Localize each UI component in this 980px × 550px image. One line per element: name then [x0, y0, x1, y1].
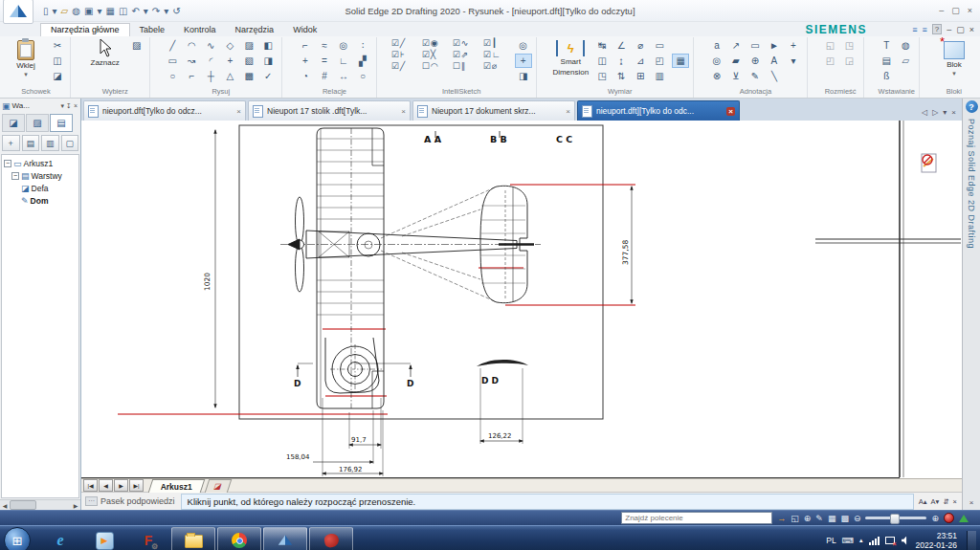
clipboard-tool-icon[interactable]: ◪ [49, 69, 66, 83]
status-tool-icon[interactable]: × [953, 497, 957, 506]
tray-expand-icon[interactable]: ▴ [859, 537, 863, 544]
dimension-tool-icon[interactable]: ▭ [651, 38, 668, 53]
annotation-tool-icon[interactable]: A [766, 54, 783, 68]
taskbar-explorer-button[interactable] [171, 527, 215, 550]
dimension-tool-icon[interactable]: ▥ [651, 69, 668, 83]
sheet-nav-icon[interactable]: ◀ [99, 479, 113, 492]
status-tool-icon[interactable]: ⇵ [943, 497, 948, 506]
sheet-tab-extra[interactable]: ◪ [205, 479, 232, 493]
draw-tool-icon[interactable]: ◧ [259, 38, 277, 53]
select-button[interactable]: Zaznacz [85, 38, 125, 84]
speaker-icon[interactable] [902, 537, 910, 545]
draw-tool-icon[interactable]: △ [221, 69, 238, 83]
dimension-tool-icon[interactable]: ↨ [612, 54, 630, 68]
tab-nav-icon[interactable]: ▷ [932, 108, 938, 117]
insert-tool-icon[interactable]: ▱ [897, 54, 914, 68]
annotation-tool-icon[interactable]: ◎ [708, 54, 725, 68]
draw-tool-icon[interactable]: ▩ [240, 69, 257, 83]
sheet-tab-arkusz1[interactable]: Arkusz1 [148, 479, 206, 493]
insert-tool-icon[interactable]: ß [878, 69, 895, 83]
qat-icon[interactable]: ▾ [144, 6, 148, 16]
tree-item-layer-default[interactable]: ◪ Defa [21, 182, 78, 194]
help-icon[interactable]: ? [966, 100, 978, 113]
relation-tool-icon[interactable]: ▞ [354, 54, 371, 68]
dimension-style-icon[interactable]: ▦ [672, 54, 689, 68]
tab-nav-icon[interactable]: ▾ [943, 108, 947, 117]
tray-clock[interactable]: 23:51 2022-01-26 [916, 531, 957, 550]
close-tab-icon[interactable]: × [236, 107, 241, 116]
arrange-tool-icon[interactable]: ◱ [822, 38, 839, 53]
layer-tool-icon[interactable]: ▥ [41, 135, 59, 151]
zoom-slider-thumb[interactable] [890, 514, 900, 524]
panel-tab-views[interactable]: ◪ [2, 114, 25, 132]
draw-tool-icon[interactable]: ▨ [240, 38, 257, 53]
arrange-tool-icon[interactable]: ◲ [841, 54, 858, 68]
dimension-tool-icon[interactable]: ⊿ [632, 54, 649, 68]
arrange-tool-icon[interactable]: ◰ [822, 54, 839, 68]
close-tab-icon[interactable]: × [401, 107, 406, 116]
zoom-out-icon[interactable]: ⊖ [854, 514, 861, 523]
clipboard-tool-icon[interactable]: ✂ [49, 38, 66, 53]
qat-icon[interactable]: ▯ [43, 6, 49, 16]
alignment-indicator-icon[interactable]: + [515, 54, 532, 68]
taskbar-ie-icon[interactable]: e [39, 528, 81, 550]
relation-tool-icon[interactable]: ∟ [335, 54, 352, 68]
scrollbar-thumb[interactable] [10, 500, 36, 510]
paste-button[interactable]: Wklej ▾ [6, 38, 46, 84]
annotation-tool-icon[interactable]: ✎ [746, 69, 764, 83]
record-icon[interactable] [944, 513, 954, 523]
tab-widok[interactable]: Widok [283, 24, 326, 36]
drawing-area[interactable]: A A B B C C D D D D 1020 377,58 158,04 9… [81, 121, 962, 478]
taskbar-red-app-button[interactable] [309, 527, 353, 550]
dimension-tool-icon[interactable]: ⊞ [632, 69, 649, 83]
draw-tool-icon[interactable]: ▧ [240, 54, 257, 68]
signal-strength-icon[interactable] [869, 537, 880, 545]
relation-tool-icon[interactable]: ↔ [335, 69, 352, 83]
panel-control-icon[interactable]: × [73, 102, 78, 109]
doc-window-control-icon[interactable]: × [969, 25, 974, 34]
collapse-icon[interactable]: − [4, 160, 11, 167]
tab-narzedzia[interactable]: Narzędzia [226, 24, 284, 36]
draw-tool-icon[interactable]: ↝ [183, 54, 200, 68]
annotation-tool-icon[interactable]: ▰ [727, 54, 745, 68]
select-tool-icon[interactable]: ▨ [128, 38, 145, 53]
window-control-icon[interactable]: ▢ [951, 6, 960, 15]
annotation-tool-icon[interactable]: ⊕ [746, 54, 764, 68]
sketch-point-icon[interactable]: ◎ [515, 38, 532, 53]
doc-window-control-icon[interactable]: – [947, 25, 951, 34]
dimension-tool-icon[interactable]: ∠ [612, 38, 630, 53]
intellisketch-option-checkbox[interactable]: ☑╱ [391, 38, 420, 48]
dimension-tool-icon[interactable]: ↹ [593, 38, 611, 53]
dimension-tool-icon[interactable]: ⇅ [612, 69, 630, 83]
view-tool-icon[interactable]: ◱ [791, 514, 799, 523]
draw-tool-icon[interactable]: ▭ [164, 54, 181, 68]
doc-tab-4-active[interactable]: nieuport.dft][Tylko do odc... × [577, 100, 740, 121]
status-tool-icon[interactable]: A▴ [919, 497, 927, 506]
intellisketch-option-checkbox[interactable]: ☐◠ [422, 61, 451, 71]
doc-tab-3[interactable]: Nieuport 17 dokument skrz... × [412, 100, 575, 121]
eject-icon[interactable] [959, 515, 969, 522]
start-button[interactable]: ⊞ [4, 527, 31, 550]
annotation-tool-icon[interactable]: + [785, 38, 802, 53]
zoom-slider[interactable] [865, 517, 926, 519]
tree-item-layer-active[interactable]: ✎ Dom [21, 194, 78, 207]
taskbar-f-app-icon[interactable]: F⚙ [127, 528, 169, 550]
draw-tool-icon[interactable]: ┼ [202, 69, 219, 83]
network-error-icon[interactable]: × [885, 537, 896, 545]
close-tab-icon[interactable]: × [726, 107, 735, 116]
dimension-tool-icon[interactable]: ◳ [593, 69, 611, 83]
status-tool-icon[interactable]: A▾ [931, 497, 940, 506]
collapse-icon[interactable]: − [11, 172, 19, 180]
intellisketch-option-checkbox[interactable]: ☑⌀ [483, 61, 512, 71]
qat-icon[interactable]: ↶ [131, 6, 139, 16]
tab-tabele[interactable]: Tabele [130, 24, 175, 36]
layer-tool-icon[interactable]: ▢ [61, 135, 79, 151]
doc-tab-1[interactable]: nieuport.dft[Tylko do odcz... × [83, 100, 246, 121]
doc-window-control-icon[interactable]: ≡ [912, 25, 917, 34]
relation-tool-icon[interactable]: + [297, 54, 314, 68]
relation-tool-icon[interactable]: ⌐ [297, 38, 314, 53]
intellisketch-option-checkbox[interactable]: ☑⊦ [391, 50, 420, 59]
draw-tool-icon[interactable]: ◨ [259, 54, 277, 68]
command-search-input[interactable] [621, 512, 772, 524]
qat-icon[interactable]: ▦ [105, 6, 114, 16]
